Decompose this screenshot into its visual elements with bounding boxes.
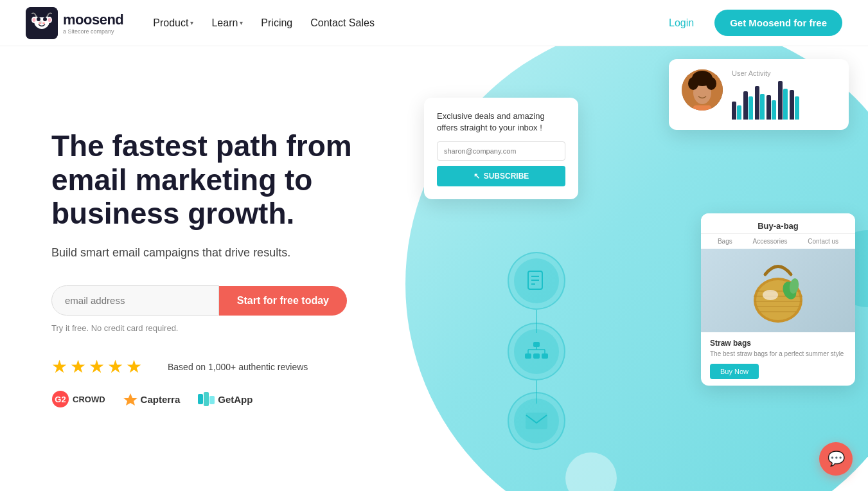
email-input[interactable] — [51, 285, 219, 316]
capterra-logo-svg — [123, 392, 137, 406]
nav-contact[interactable]: Contact Sales — [304, 12, 381, 34]
nav-pricing[interactable]: Pricing — [254, 12, 299, 34]
star-5: ★ — [126, 356, 142, 377]
nav-product[interactable]: Product ▾ — [146, 12, 200, 34]
login-button[interactable]: Login — [661, 12, 702, 34]
svg-rect-30 — [525, 353, 531, 359]
bar-group-5 — [778, 81, 788, 120]
svg-rect-37 — [526, 413, 547, 429]
svg-point-10 — [39, 22, 41, 23]
nav-learn-label: Learn — [211, 17, 238, 29]
star-4: ★ — [107, 356, 123, 377]
email-icon — [526, 413, 547, 429]
chart-bars — [732, 81, 836, 120]
moosend-logo-svg — [26, 7, 58, 39]
subscribe-card-button[interactable]: ↖ SUBSCRIBE — [437, 166, 565, 186]
shop-card: Buy-a-bag Bags Accessories Contact us — [701, 213, 855, 386]
flow-icon — [525, 342, 548, 361]
svg-rect-16 — [204, 392, 209, 406]
nav-learn[interactable]: Learn ▾ — [205, 12, 249, 34]
nav-links: Product ▾ Learn ▾ Pricing Contact Sales — [146, 12, 381, 34]
svg-rect-29 — [533, 342, 540, 347]
flow-circle-3 — [508, 392, 565, 450]
svg-point-3 — [43, 17, 47, 21]
g2-crowd-badge: G2 CROWD — [51, 390, 105, 408]
signup-form: Start for free today — [51, 285, 347, 316]
form-note: Try it free. No credit card required. — [51, 323, 385, 333]
svg-rect-31 — [533, 353, 540, 359]
logo[interactable]: moosend a Sitecore company — [26, 7, 123, 39]
chat-icon: 💬 — [828, 451, 845, 467]
flow-circle-1-inner — [514, 258, 559, 303]
bar-group-1 — [732, 102, 741, 120]
getapp-logo-svg — [198, 392, 215, 406]
avatar-svg — [682, 69, 723, 111]
svg-point-7 — [48, 18, 51, 22]
start-free-button[interactable]: Start for free today — [219, 286, 347, 316]
svg-rect-32 — [542, 353, 548, 359]
g2-label: CROWD — [73, 395, 105, 404]
reviews-section: ★ ★ ★ ★ ★ Based on 1,000+ authentic revi… — [51, 356, 385, 377]
star-3: ★ — [89, 356, 105, 377]
svg-point-47 — [763, 290, 778, 300]
shop-card-image — [701, 249, 855, 332]
flow-circle-2-inner — [514, 329, 559, 374]
hero-title: The fastest path from email marketing to… — [51, 129, 385, 231]
navbar: moosend a Sitecore company Product ▾ Lea… — [0, 0, 868, 46]
shop-nav-contact: Contact us — [808, 238, 838, 245]
bar-light-5 — [783, 89, 788, 120]
hero-section: The fastest path from email marketing to… — [0, 46, 868, 491]
brand-tagline: a Sitecore company — [63, 28, 123, 35]
svg-point-23 — [706, 77, 716, 90]
bar-light-1 — [737, 105, 741, 120]
svg-point-6 — [33, 18, 36, 22]
bar-light-4 — [772, 100, 776, 120]
capterra-badge: Capterra — [123, 392, 181, 406]
flow-circle-1 — [508, 252, 565, 310]
star-2: ★ — [70, 356, 86, 377]
subscribe-card-input[interactable] — [437, 141, 565, 161]
bar-group-4 — [766, 95, 776, 120]
flow-circle-3-inner — [514, 398, 559, 443]
svg-point-2 — [37, 17, 40, 21]
bar-group-3 — [755, 86, 765, 120]
brand-name: moosend — [63, 12, 123, 28]
shop-card-header: Buy-a-bag — [701, 213, 855, 234]
activity-chart: User Activity — [732, 69, 836, 120]
shop-card-nav: Bags Accessories Contact us — [701, 234, 855, 249]
nav-pricing-label: Pricing — [261, 17, 292, 29]
logo-text-block: moosend a Sitecore company — [63, 12, 123, 35]
star-1: ★ — [51, 356, 67, 377]
svg-marker-14 — [123, 393, 137, 406]
chart-title: User Activity — [732, 69, 836, 77]
bar-dark-1 — [732, 102, 736, 120]
flow-circle-2 — [508, 323, 565, 380]
bar-light-3 — [760, 94, 765, 120]
subscribe-card-title: Exclusive deals and amazing offers strai… — [437, 111, 565, 134]
svg-rect-15 — [198, 394, 203, 404]
chat-widget[interactable]: 💬 — [819, 442, 853, 476]
user-avatar — [682, 69, 723, 111]
get-moosend-button[interactable]: Get Moosend for free — [714, 10, 842, 36]
straw-bag-svg — [746, 255, 810, 326]
svg-point-11 — [42, 22, 45, 23]
buy-now-button[interactable]: Buy Now — [710, 364, 759, 379]
activity-card: User Activity — [669, 59, 849, 130]
svg-rect-24 — [693, 105, 711, 111]
subscribe-card: Exclusive deals and amazing offers strai… — [424, 98, 578, 199]
star-rating: ★ ★ ★ ★ ★ — [51, 356, 142, 377]
bar-dark-6 — [790, 90, 794, 120]
svg-point-22 — [688, 77, 698, 90]
bar-dark-5 — [778, 81, 783, 120]
badge-logos: G2 CROWD Capterra GetApp — [51, 390, 385, 408]
product-name: Straw bags — [710, 339, 846, 348]
bar-light-2 — [748, 96, 753, 120]
bar-dark-3 — [755, 86, 759, 120]
bar-dark-4 — [766, 95, 771, 120]
svg-rect-17 — [209, 396, 215, 404]
product-desc: The best straw bags for a perfect summer… — [710, 350, 846, 357]
svg-rect-9 — [37, 13, 47, 17]
capterra-label: Capterra — [141, 394, 181, 405]
bar-light-6 — [795, 96, 799, 120]
bar-group-2 — [743, 91, 753, 120]
